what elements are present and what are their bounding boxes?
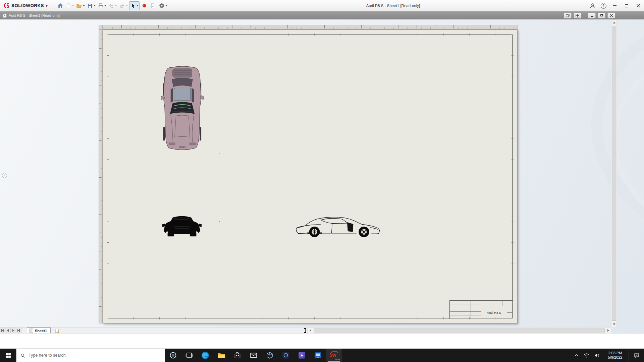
- print-button[interactable]: [97, 1, 107, 10]
- drawing-file-icon: [2, 13, 7, 18]
- dark-app-button[interactable]: [278, 349, 294, 362]
- taskbar-clock[interactable]: 2:03 PM 5/9/2022: [602, 349, 629, 362]
- solidworks-taskbar-button[interactable]: SW 2021: [326, 349, 342, 362]
- doc-restore-button[interactable]: [598, 13, 605, 18]
- drawing-sheet[interactable]: Audi R8 S: [103, 29, 518, 323]
- vertical-scroll-thumb[interactable]: [612, 26, 616, 321]
- sheet-tab-bar: Sheet1: [0, 327, 611, 333]
- purple-app-button[interactable]: [294, 349, 310, 362]
- windows-start-icon: [5, 353, 11, 358]
- account-button[interactable]: [587, 0, 598, 11]
- blue-app-button[interactable]: [310, 349, 326, 362]
- document-title: Audi R8 S - Sheet1 [Read-only]: [2, 13, 60, 18]
- previous-sheet-button[interactable]: [5, 327, 11, 333]
- 3d-viewer-button[interactable]: [262, 349, 278, 362]
- solidworks-app-icon: SW 2021: [329, 350, 339, 360]
- save-icon: [87, 3, 93, 8]
- minimize-icon: [613, 5, 616, 6]
- scroll-left-button[interactable]: [308, 328, 313, 333]
- rebuild-icon: [142, 3, 147, 8]
- brand-text: SOLIDWORKS: [11, 3, 44, 8]
- help-button[interactable]: ?: [598, 0, 609, 11]
- redo-button[interactable]: [118, 1, 129, 10]
- vertical-scrollbar[interactable]: [611, 19, 617, 327]
- hidden-icons-button[interactable]: [572, 349, 582, 362]
- drawing-view-front[interactable]: [161, 213, 203, 238]
- scroll-up-button[interactable]: [611, 20, 616, 25]
- start-button[interactable]: [0, 349, 16, 362]
- app-titlebar: SOLIDWORKS: [0, 0, 644, 11]
- volume-button[interactable]: [592, 349, 602, 362]
- drawing-view-side[interactable]: [292, 214, 385, 239]
- help-icon: ?: [601, 3, 606, 9]
- maximize-button[interactable]: [621, 0, 632, 11]
- taskbar-search-box[interactable]: [16, 349, 165, 362]
- network-button[interactable]: [582, 349, 592, 362]
- add-sheet-button[interactable]: [53, 328, 61, 333]
- last-sheet-button[interactable]: [16, 327, 21, 333]
- edge-icon: [201, 351, 210, 360]
- task-view-button[interactable]: [181, 349, 197, 362]
- print-icon: [98, 3, 103, 8]
- rebuild-button[interactable]: [140, 1, 149, 10]
- feature-manager-expand-button[interactable]: ›: [2, 173, 7, 178]
- undo-button[interactable]: [108, 1, 118, 10]
- scroll-down-button[interactable]: [611, 321, 616, 327]
- select-tool-button[interactable]: [129, 1, 140, 10]
- doc-minimize-button[interactable]: [588, 13, 596, 18]
- doc-close-button[interactable]: [607, 13, 615, 18]
- doc-tile-button[interactable]: [574, 13, 581, 18]
- doc-cascade-button[interactable]: [564, 13, 572, 18]
- cortana-button[interactable]: [165, 349, 181, 362]
- save-button[interactable]: [86, 1, 97, 10]
- task-view-icon: [185, 351, 193, 359]
- dark-app-icon: [281, 351, 290, 360]
- view-origin-marker: [219, 154, 220, 154]
- scroll-left-icon: [310, 329, 311, 332]
- scroll-up-icon: [613, 22, 615, 23]
- mail-button[interactable]: [246, 349, 262, 362]
- horizontal-scroll-thumb[interactable]: [314, 328, 605, 333]
- graphics-area: ›: [0, 19, 644, 333]
- new-document-button[interactable]: [65, 1, 75, 10]
- options-button[interactable]: [158, 1, 168, 10]
- purple-app-icon: [298, 351, 306, 360]
- drawing-view-top[interactable]: [161, 63, 204, 154]
- first-sheet-button[interactable]: [0, 327, 5, 333]
- menu-flyout-arrow-icon[interactable]: [46, 4, 48, 7]
- horizontal-scrollbar[interactable]: [307, 328, 611, 333]
- sheet-tab-sheet1[interactable]: Sheet1: [27, 327, 51, 333]
- file-properties-icon: [151, 3, 156, 8]
- next-sheet-button[interactable]: [11, 327, 16, 333]
- minimize-button[interactable]: [609, 0, 621, 11]
- search-input[interactable]: [29, 353, 161, 358]
- text-cursor-pointer: [304, 328, 307, 333]
- options-gear-icon: [159, 3, 164, 8]
- title-block[interactable]: Audi R8 S: [449, 300, 513, 319]
- solidworks-logo[interactable]: SOLIDWORKS: [1, 3, 50, 8]
- sheet-icon: [29, 328, 34, 333]
- car-front-view: [161, 213, 203, 238]
- status-bar: [0, 333, 644, 349]
- car-top-view: [161, 63, 204, 154]
- close-button[interactable]: [632, 0, 644, 11]
- 3d-viewer-cube-icon: [266, 351, 274, 359]
- windows-taskbar: SW 2021 2:03 PM 5/9/2022: [0, 349, 644, 362]
- home-button[interactable]: [56, 1, 64, 10]
- scroll-right-icon: [607, 329, 609, 332]
- redo-icon: [119, 3, 125, 8]
- title-block-part-name: Audi R8 S: [481, 306, 507, 319]
- sheet-tab-label: Sheet1: [35, 329, 47, 333]
- file-explorer-button[interactable]: [213, 349, 229, 362]
- cortana-icon: [169, 351, 177, 359]
- scroll-right-button[interactable]: [605, 328, 611, 333]
- select-cursor-icon: [130, 3, 136, 8]
- open-folder-icon: [76, 3, 82, 8]
- window-title: Audi R8 S - Sheet1 [Read-only]: [346, 4, 440, 8]
- edge-button[interactable]: [197, 349, 213, 362]
- open-button[interactable]: [75, 1, 86, 10]
- action-center-button[interactable]: [629, 349, 644, 362]
- network-wifi-icon: [584, 353, 589, 358]
- microsoft-store-button[interactable]: [229, 349, 246, 362]
- file-properties-button[interactable]: [149, 1, 158, 10]
